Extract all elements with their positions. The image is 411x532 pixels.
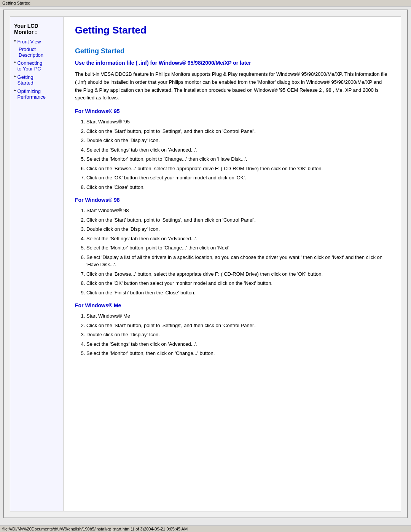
list-item: Select the 'Monitor' button, then click … — [86, 350, 389, 357]
winme-title: For Windows® Me — [75, 302, 389, 308]
list-item: Click on the 'OK' button then select you… — [86, 174, 389, 182]
list-item: Select the 'Settings' tab then click on … — [86, 340, 389, 348]
sidebar-link-optimizing[interactable]: OptimizingPerformance — [18, 88, 46, 100]
main-window: Your LCD Monitor : • Front View ProductD… — [3, 10, 408, 518]
sidebar-link-product[interactable]: ProductDescription — [19, 46, 59, 58]
list-item: Start Windows® 98 — [86, 207, 389, 214]
sidebar-item-product[interactable]: ProductDescription — [19, 46, 59, 58]
status-bar: file:///D|/My%20Documents/dfu/W9/english… — [0, 526, 411, 532]
list-item: Click on the 'Start' button, point to 'S… — [86, 216, 389, 224]
sidebar: Your LCD Monitor : • Front View ProductD… — [10, 17, 64, 511]
main-content: Getting Started Getting Started Use the … — [64, 17, 401, 511]
sidebar-item-frontview[interactable]: • Front View — [14, 38, 59, 45]
title-bar-text: Getting Started — [2, 1, 30, 5]
list-item: Select 'Display a list of all the driver… — [86, 254, 389, 268]
list-item: Double click on the 'Display' Icon. — [86, 331, 389, 339]
win95-title: For Windows® 95 — [75, 108, 389, 114]
sidebar-link-connecting[interactable]: Connectingto Your PC — [18, 60, 43, 72]
intro-text: The built-in VESA DDC2B feature in Phili… — [75, 70, 389, 102]
sidebar-item-connecting[interactable]: • Connectingto Your PC — [14, 59, 59, 72]
list-item: Click on the 'Start' button, point to 'S… — [86, 322, 389, 329]
bullet-dot-3: • — [14, 73, 16, 79]
sidebar-heading: Your LCD Monitor : — [14, 23, 59, 35]
list-item: Start Windows® '95 — [86, 118, 389, 126]
list-item: Click on the 'Browse...' button, select … — [86, 165, 389, 173]
sidebar-link-frontview[interactable]: Front View — [18, 39, 41, 45]
status-bar-text: file:///D|/My%20Documents/dfu/W9/english… — [2, 527, 188, 531]
page-heading: Getting Started — [75, 24, 389, 36]
list-item: Click on the 'Browse...' button, select … — [86, 270, 389, 278]
list-item: Click on the 'Close' button. — [86, 184, 389, 191]
bullet-dot: • — [14, 38, 16, 44]
list-item: Click on the 'OK' button then select you… — [86, 280, 389, 287]
bullet-dot-2: • — [14, 59, 16, 65]
list-item: Double click on the 'Display' Icon. — [86, 137, 389, 144]
section-title: Getting Started — [75, 47, 389, 55]
sidebar-item-getting[interactable]: • GettingStarted — [14, 73, 59, 86]
bullet-dot-4: • — [14, 88, 16, 93]
list-item: Select the 'Monitor' button, point to 'C… — [86, 155, 389, 163]
win95-steps: Start Windows® '95 Click on the 'Start' … — [86, 118, 389, 191]
title-bar: Getting Started — [0, 0, 411, 6]
win98-steps: Start Windows® 98 Click on the 'Start' b… — [86, 207, 389, 296]
list-item: Select the 'Settings' tab then click on … — [86, 235, 389, 243]
list-item: Select the 'Monitor' button, point to 'C… — [86, 244, 389, 252]
winme-steps: Start Windows® Me Click on the 'Start' b… — [86, 312, 389, 357]
info-subtitle: Use the information file ( .inf) for Win… — [75, 60, 389, 66]
list-item: Click on the 'Finish' button then the 'C… — [86, 289, 389, 297]
list-item: Double click on the 'Display' Icon. — [86, 225, 389, 233]
list-item: Select the 'Settings' tab then click on … — [86, 146, 389, 154]
list-item: Start Windows® Me — [86, 312, 389, 320]
content-area: Your LCD Monitor : • Front View ProductD… — [10, 16, 401, 511]
divider — [75, 41, 389, 41]
list-item: Click on the 'Start' button, point to 'S… — [86, 128, 389, 135]
sidebar-link-getting-started[interactable]: GettingStarted — [18, 74, 33, 86]
sidebar-item-optimizing[interactable]: • OptimizingPerformance — [14, 88, 59, 101]
win98-title: For Windows® 98 — [75, 197, 389, 203]
